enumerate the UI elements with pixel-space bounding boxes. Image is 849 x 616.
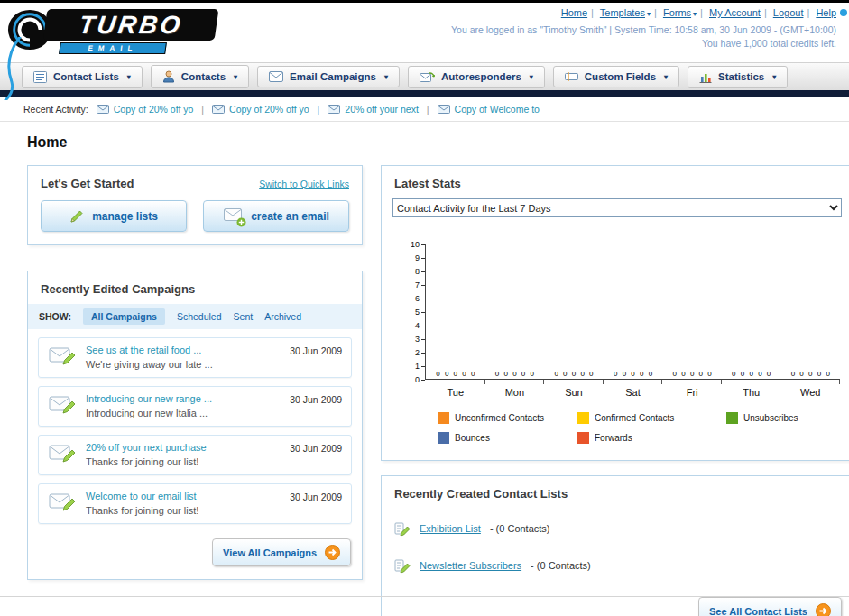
x-axis-label: Sun [544, 387, 604, 398]
nav-tab-contacts[interactable]: Contacts▾ [151, 65, 249, 88]
nav-tab-label: Custom Fields [585, 71, 656, 82]
plus-icon [236, 217, 246, 227]
recent-activity-link[interactable]: Copy of 20% off yo [114, 104, 194, 115]
switch-to-quick-links-link[interactable]: Switch to Quick Links [259, 179, 349, 189]
recent-activity-item[interactable]: Copy of 20% off yo [212, 104, 309, 115]
legend-item: Bounces [438, 432, 577, 444]
create-an-email-label: create an email [251, 210, 329, 223]
tab-sent[interactable]: Sent [234, 311, 254, 322]
top-link-help[interactable]: Help [816, 7, 836, 18]
nav-divider-bar [0, 90, 849, 97]
view-all-campaigns-label: View All Campaigns [223, 547, 317, 558]
recent-activity-item[interactable]: Copy of Welcome to [438, 104, 540, 115]
campaign-subtitle: We're giving away our late ... [86, 359, 213, 370]
manage-lists-button[interactable]: manage lists [41, 200, 187, 232]
y-axis-tick-label: 5 [415, 308, 425, 317]
campaign-list-item[interactable]: Introducing our new range ... Introducin… [38, 386, 352, 427]
logo-subtitle: EMAIL [88, 44, 138, 52]
main-content: Home Let's Get Started Switch to Quick L… [0, 122, 849, 616]
top-link-my-account[interactable]: My Account [709, 7, 761, 18]
recent-activity-link[interactable]: Copy of 20% off yo [229, 104, 309, 115]
chart-day-group: 0 0 0 0 0Thu [722, 244, 781, 379]
envelope-icon [328, 105, 340, 114]
top-link-templates[interactable]: Templates [600, 7, 645, 18]
nav-tab-label: Statistics [718, 71, 764, 82]
campaign-title-link[interactable]: Welcome to our email list [86, 491, 198, 501]
view-all-campaigns-button[interactable]: View All Campaigns [212, 538, 351, 566]
tab-scheduled[interactable]: Scheduled [177, 311, 222, 322]
custom-fields-icon [565, 71, 578, 82]
x-axis-label: Wed [780, 387, 840, 398]
nav-tab-label: Email Campaigns [290, 71, 376, 82]
y-axis-tick-label: 3 [415, 335, 425, 344]
nav-tab-label: Contacts [181, 71, 226, 82]
top-right-area: Home| Templates▾| Forms▾| My Account| Lo… [451, 7, 836, 49]
envelope-icon [97, 105, 109, 114]
legend-item: Forwards [577, 432, 726, 444]
logo-flag: TURBO [43, 9, 219, 41]
turbo-email-logo: TURBO EMAIL [7, 6, 242, 60]
chart-day-group: 0 0 0 0 0Fri [662, 244, 722, 379]
chevron-down-icon: ▾ [384, 73, 388, 81]
chart-value-labels: 0 0 0 0 0 [662, 370, 722, 378]
campaign-list-item[interactable]: Welcome to our email list Thanks for joi… [38, 483, 352, 524]
campaign-title-link[interactable]: See us at the retail food ... [86, 345, 213, 355]
contact-list-count: - (0 Contacts) [531, 560, 591, 571]
nav-tab-contact-lists[interactable]: Contact Lists▾ [22, 66, 143, 88]
chart-y-axis: 109876543210 [407, 244, 425, 380]
campaign-list-item[interactable]: 20% off your next purchase Thanks for jo… [38, 435, 352, 475]
top-link-home[interactable]: Home [561, 7, 587, 18]
contact-list-link[interactable]: Exhibition List [420, 523, 481, 534]
campaign-title-link[interactable]: Introducing our new range ... [86, 393, 212, 404]
stats-filter-select[interactable]: Contact Activity for the Last 7 Days [392, 198, 842, 217]
contact-lists-panel-title: Recently Created Contact Lists [392, 476, 842, 510]
campaigns-panel-title: Recently Edited Campaigns [41, 282, 195, 296]
latest-stats-title: Latest Stats [394, 177, 461, 190]
nav-tab-custom-fields[interactable]: Custom Fields▾ [553, 66, 679, 87]
recent-activity-link[interactable]: 20% off your next [345, 104, 419, 115]
recent-activity-link[interactable]: Copy of Welcome to [455, 104, 540, 115]
chevron-down-icon: ▾ [127, 73, 131, 81]
nav-tab-email-campaigns[interactable]: Email Campaigns▾ [257, 66, 400, 87]
right-column: Latest Stats Contact Activity for the La… [381, 165, 849, 616]
legend-item: Unconfirmed Contacts [438, 412, 577, 424]
legend-label: Bounces [455, 433, 490, 443]
see-all-contact-lists-button[interactable]: See All Contact Lists [698, 597, 842, 616]
x-axis-label: Thu [722, 387, 781, 398]
arrow-right-icon [325, 545, 340, 560]
campaign-title-link[interactable]: 20% off your next purchase [86, 442, 207, 453]
nav-tab-autoresponders[interactable]: Autoresponders▾ [408, 66, 545, 88]
tab-all-campaigns[interactable]: All Campaigns [83, 308, 165, 325]
tab-archived[interactable]: Archived [264, 311, 301, 322]
chevron-down-icon: ▾ [530, 73, 533, 81]
contact-list-item[interactable]: Newsletter Subscribers - (0 Contacts) [392, 547, 842, 584]
contact-list-link[interactable]: Newsletter Subscribers [420, 560, 521, 571]
recent-activity-item[interactable]: Copy of 20% off yo [97, 104, 194, 115]
get-started-panel: Let's Get Started Switch to Quick Links … [27, 165, 363, 245]
top-link-logout[interactable]: Logout [773, 7, 804, 18]
recent-activity-item[interactable]: 20% off your next [328, 104, 419, 115]
legend-swatch [726, 412, 738, 424]
campaign-subtitle: Introducing our new Italia ... [86, 408, 212, 418]
nav-tab-statistics[interactable]: Statistics▾ [688, 66, 788, 88]
recent-activity-label: Recent Activity: [23, 104, 88, 115]
chart-value-labels: 0 0 0 0 0 [780, 370, 840, 378]
chart-day-group: 0 0 0 0 0Sun [544, 244, 604, 379]
campaign-subtitle: Thanks for joining our list! [86, 505, 198, 516]
top-link-forms[interactable]: Forms [663, 7, 691, 18]
campaign-list-item[interactable]: See us at the retail food ... We're givi… [38, 337, 352, 378]
contact-list-count: - (0 Contacts) [490, 523, 550, 534]
y-axis-tick-label: 9 [415, 253, 425, 262]
create-an-email-button[interactable]: create an email [203, 200, 349, 232]
main-navigation: Contact Lists▾ Contacts▾ Email Campaigns… [0, 62, 849, 90]
y-axis-tick-label: 6 [415, 294, 425, 303]
contacts-icon [162, 70, 175, 83]
get-started-title: Let's Get Started [41, 177, 134, 190]
legend-label: Confirmed Contacts [595, 413, 674, 423]
envelope-icon [438, 105, 450, 114]
see-all-contact-lists-label: See All Contact Lists [709, 606, 807, 616]
left-column: Let's Get Started Switch to Quick Links … [27, 165, 363, 580]
y-axis-tick-label: 7 [415, 280, 425, 290]
contact-list-item[interactable]: Exhibition List - (0 Contacts) [392, 510, 842, 547]
autoresponders-icon [420, 71, 435, 83]
